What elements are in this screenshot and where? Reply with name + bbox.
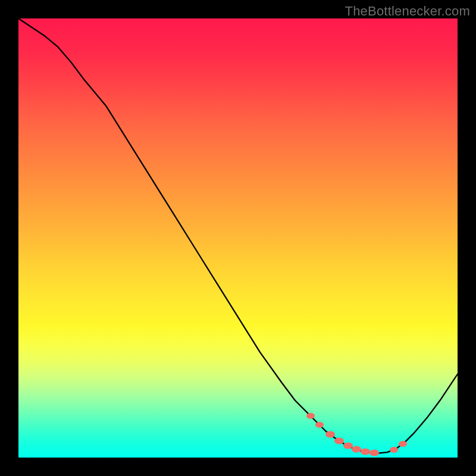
highlight-dot — [334, 437, 344, 444]
highlight-dot — [361, 449, 370, 455]
bottleneck-curve — [18, 18, 458, 458]
gradient-plot-area — [18, 18, 458, 458]
highlight-dot — [352, 446, 361, 453]
chart-frame: TheBottlenecker.com — [0, 0, 476, 476]
highlight-dot — [343, 443, 353, 449]
highlight-dot — [399, 441, 407, 447]
highlight-dot — [325, 431, 335, 438]
watermark-text: TheBottlenecker.com — [345, 4, 470, 19]
highlight-dot — [306, 413, 315, 419]
highlight-dot — [390, 447, 398, 453]
highlight-dot — [369, 450, 379, 456]
highlight-dot — [315, 422, 324, 428]
